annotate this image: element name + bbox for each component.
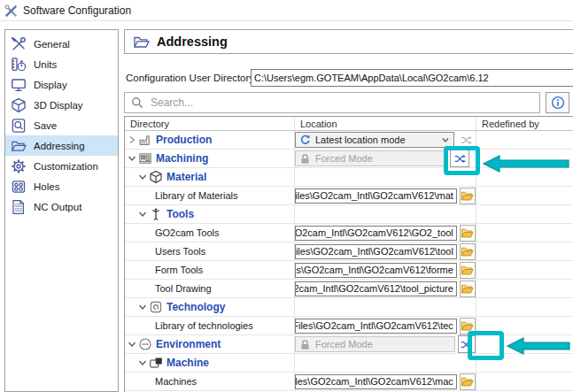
directory-label: Production [156, 134, 212, 146]
gear-icon [11, 158, 27, 174]
location-cell: Forced Mode [295, 335, 476, 353]
location-cell: les\GO2cam_Intl\GO2camV612\GO2_tool [295, 224, 476, 242]
sidebar-item-nc-output[interactable]: G01G02NC Output [5, 196, 118, 217]
sidebar-item-general[interactable]: General [5, 34, 118, 54]
chevron-down-icon[interactable] [128, 340, 136, 349]
location-path-input[interactable]: am Files\GO2cam_Intl\GO2camV612\mac [295, 374, 457, 389]
table-row-technology: Technology [125, 298, 573, 317]
open-folder-icon [133, 35, 150, 50]
table-header-row: Directory Location Redefined by [125, 117, 573, 131]
location-path-value: n Files\GO2cam_Intl\GO2camV612\forme [295, 265, 453, 275]
browse-folder-button[interactable] [460, 373, 476, 390]
directory-cell[interactable]: Material [125, 168, 295, 186]
chevron-down-icon[interactable] [138, 358, 147, 367]
redefined-by-cell [476, 224, 573, 242]
directory-label: Tool Drawing [155, 283, 212, 294]
factory-icon [138, 133, 152, 147]
location-path-input[interactable]: am Files\GO2cam_Intl\GO2camV612\tool [295, 244, 457, 259]
search-box[interactable] [124, 92, 540, 113]
directory-label: Material [166, 171, 206, 183]
directory-label: Library of technologies [155, 320, 253, 331]
config-user-directory-input[interactable] [251, 69, 573, 87]
redefined-by-cell [476, 205, 573, 223]
location-path-input[interactable]: n Files\GO2cam_Intl\GO2camV612\forme [295, 263, 457, 278]
technology-icon [149, 300, 163, 314]
table-row-tools: Tools [125, 205, 573, 224]
highlight-box-machining [444, 146, 480, 175]
sidebar-item-units[interactable]: Units [5, 54, 118, 74]
sidebar-item-label: NC Output [34, 202, 81, 212]
info-button[interactable] [546, 92, 569, 113]
location-path-input[interactable]: les\GO2cam_Intl\GO2camV612\GO2_tool [295, 226, 457, 241]
machine-icon [149, 356, 163, 370]
info-icon [551, 96, 565, 110]
directory-cell[interactable]: Machining [125, 150, 295, 167]
sidebar-item-3d-display[interactable]: 3D Display [5, 95, 118, 115]
browse-folder-button[interactable] [460, 281, 476, 297]
directory-cell: Machines [125, 373, 295, 390]
chevron-right-icon[interactable] [128, 135, 136, 144]
directory-cell: Users Tools [125, 242, 295, 260]
tools-icon [149, 207, 163, 221]
redefined-by-cell [476, 373, 573, 390]
chevron-down-icon[interactable] [138, 173, 147, 181]
sidebar-item-label: Addressing [34, 141, 85, 151]
search-input[interactable] [149, 96, 539, 110]
browse-folder-button[interactable] [460, 262, 476, 279]
forced-mode-label: Forced Mode [315, 153, 373, 164]
directory-label: Machines [155, 376, 197, 387]
column-header-directory[interactable]: Directory [125, 117, 295, 130]
directory-cell: Form Tools [125, 261, 295, 279]
directory-cell[interactable]: Machine [125, 354, 295, 372]
sidebar-item-save[interactable]: Save [5, 115, 118, 135]
table-row-production: ProductionLatest location mode [125, 131, 573, 150]
location-path-input[interactable]: \GO2cam_Intl\GO2camV612\tool_picture [295, 281, 457, 296]
nc-output-icon: G01G02 [11, 199, 27, 215]
directory-cell[interactable]: Production [125, 131, 295, 149]
location-mode-dropdown[interactable]: Latest location mode [295, 132, 454, 148]
highlight-box-environment [468, 331, 504, 360]
page-title: Addressing [157, 35, 228, 49]
chevron-down-icon[interactable] [128, 154, 136, 163]
sidebar-item-customization[interactable]: Customization [5, 156, 118, 176]
location-path-input[interactable]: ram Files\GO2cam_Intl\GO2camV612\tec [295, 319, 457, 334]
location-cell: am Files\GO2cam_Intl\GO2camV612\mat [295, 187, 476, 204]
location-cell: ram Files\GO2cam_Intl\GO2camV612\tec [295, 317, 476, 334]
browse-folder-button[interactable] [460, 188, 476, 204]
sidebar-item-display[interactable]: Display [5, 74, 118, 95]
location-cell: am Files\GO2cam_Intl\GO2camV612\tool [295, 242, 476, 260]
column-header-redefined-by[interactable]: Redefined by [476, 117, 573, 130]
sidebar-item-label: Save [34, 120, 57, 131]
chevron-down-icon[interactable] [138, 303, 147, 311]
location-cell [295, 205, 476, 223]
forced-mode-label: Forced Mode [315, 339, 373, 350]
directory-cell: Library of technologies [125, 317, 295, 334]
chevron-down-icon[interactable] [138, 210, 147, 219]
sidebar-item-label: Customization [34, 161, 98, 172]
directory-cell[interactable]: Environment [125, 335, 295, 353]
sidebar-item-label: Display [34, 80, 67, 90]
directory-label: Technology [166, 301, 225, 313]
save-magnifier-icon [11, 118, 27, 134]
lock-icon [299, 153, 311, 165]
column-header-location[interactable]: Location [295, 117, 476, 130]
general-tools-icon [11, 36, 27, 52]
directory-cell: Tool Drawing [125, 280, 295, 297]
cube-3d-icon [11, 97, 27, 113]
window-title: Software Configuration [23, 3, 131, 17]
table-row-tool-drawing: Tool Drawing\GO2cam_Intl\GO2camV612\tool… [125, 280, 573, 298]
browse-folder-button[interactable] [460, 243, 476, 260]
directory-cell[interactable]: Tools [125, 205, 295, 223]
table-row-form-tools: Form Toolsn Files\GO2cam_Intl\GO2camV612… [125, 261, 573, 280]
chevron-down-icon [441, 135, 450, 144]
directory-cell[interactable]: Technology [125, 298, 295, 316]
location-path-value: am Files\GO2cam_Intl\GO2camV612\tool [295, 246, 453, 257]
browse-folder-button[interactable] [460, 225, 476, 242]
table-row-users-tools: Users Toolsam Files\GO2cam_Intl\GO2camV6… [125, 242, 573, 261]
location-path-input[interactable]: am Files\GO2cam_Intl\GO2camV612\mat [295, 188, 457, 204]
sidebar-item-holes[interactable]: Holes [5, 176, 118, 196]
location-cell: \GO2cam_Intl\GO2camV612\tool_picture [295, 280, 476, 297]
location-path-value: les\GO2cam_Intl\GO2camV612\GO2_tool [295, 227, 453, 238]
sidebar-item-label: Holes [34, 181, 59, 192]
sidebar-item-addressing[interactable]: Addressing [5, 135, 118, 156]
